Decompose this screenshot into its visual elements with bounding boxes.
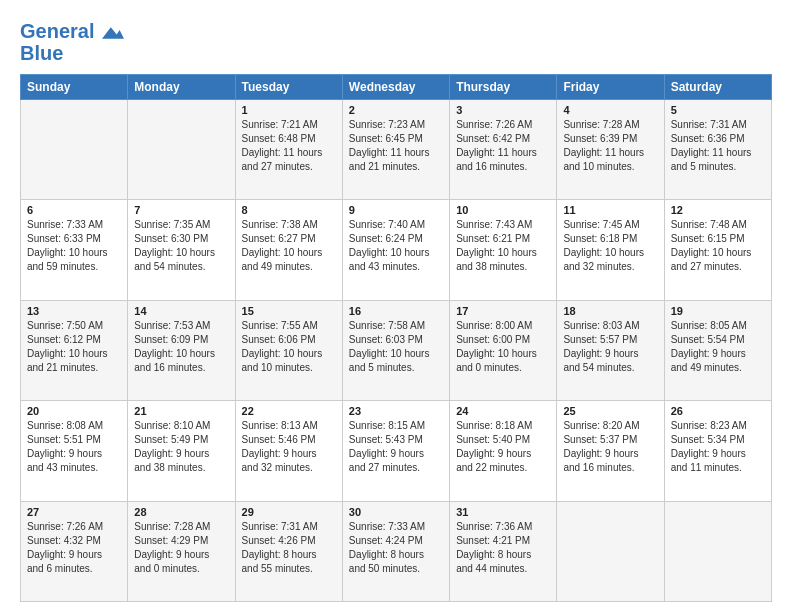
day-number: 3 (456, 104, 550, 116)
day-number: 15 (242, 305, 336, 317)
day-number: 24 (456, 405, 550, 417)
day-cell (128, 99, 235, 199)
day-cell: 27Sunrise: 7:26 AM Sunset: 4:32 PM Dayli… (21, 501, 128, 601)
day-info: Sunrise: 8:18 AM Sunset: 5:40 PM Dayligh… (456, 419, 550, 475)
day-cell: 2Sunrise: 7:23 AM Sunset: 6:45 PM Daylig… (342, 99, 449, 199)
day-cell: 17Sunrise: 8:00 AM Sunset: 6:00 PM Dayli… (450, 300, 557, 400)
day-number: 18 (563, 305, 657, 317)
week-row-2: 6Sunrise: 7:33 AM Sunset: 6:33 PM Daylig… (21, 200, 772, 300)
day-info: Sunrise: 7:48 AM Sunset: 6:15 PM Dayligh… (671, 218, 765, 274)
day-number: 21 (134, 405, 228, 417)
day-number: 23 (349, 405, 443, 417)
calendar-table: SundayMondayTuesdayWednesdayThursdayFrid… (20, 74, 772, 602)
day-info: Sunrise: 8:08 AM Sunset: 5:51 PM Dayligh… (27, 419, 121, 475)
day-info: Sunrise: 8:00 AM Sunset: 6:00 PM Dayligh… (456, 319, 550, 375)
day-cell: 15Sunrise: 7:55 AM Sunset: 6:06 PM Dayli… (235, 300, 342, 400)
day-info: Sunrise: 8:20 AM Sunset: 5:37 PM Dayligh… (563, 419, 657, 475)
day-number: 30 (349, 506, 443, 518)
day-number: 11 (563, 204, 657, 216)
day-number: 6 (27, 204, 121, 216)
day-number: 22 (242, 405, 336, 417)
col-header-saturday: Saturday (664, 74, 771, 99)
day-cell: 6Sunrise: 7:33 AM Sunset: 6:33 PM Daylig… (21, 200, 128, 300)
day-cell (557, 501, 664, 601)
day-number: 13 (27, 305, 121, 317)
day-cell: 10Sunrise: 7:43 AM Sunset: 6:21 PM Dayli… (450, 200, 557, 300)
day-cell: 28Sunrise: 7:28 AM Sunset: 4:29 PM Dayli… (128, 501, 235, 601)
day-number: 26 (671, 405, 765, 417)
day-cell: 7Sunrise: 7:35 AM Sunset: 6:30 PM Daylig… (128, 200, 235, 300)
day-number: 29 (242, 506, 336, 518)
day-number: 17 (456, 305, 550, 317)
day-info: Sunrise: 7:45 AM Sunset: 6:18 PM Dayligh… (563, 218, 657, 274)
day-info: Sunrise: 7:53 AM Sunset: 6:09 PM Dayligh… (134, 319, 228, 375)
day-info: Sunrise: 7:26 AM Sunset: 4:32 PM Dayligh… (27, 520, 121, 576)
day-number: 12 (671, 204, 765, 216)
day-cell: 23Sunrise: 8:15 AM Sunset: 5:43 PM Dayli… (342, 401, 449, 501)
day-cell: 8Sunrise: 7:38 AM Sunset: 6:27 PM Daylig… (235, 200, 342, 300)
day-cell: 24Sunrise: 8:18 AM Sunset: 5:40 PM Dayli… (450, 401, 557, 501)
day-info: Sunrise: 8:23 AM Sunset: 5:34 PM Dayligh… (671, 419, 765, 475)
day-cell: 3Sunrise: 7:26 AM Sunset: 6:42 PM Daylig… (450, 99, 557, 199)
day-info: Sunrise: 8:03 AM Sunset: 5:57 PM Dayligh… (563, 319, 657, 375)
day-cell (21, 99, 128, 199)
svg-marker-0 (102, 27, 124, 39)
day-info: Sunrise: 7:21 AM Sunset: 6:48 PM Dayligh… (242, 118, 336, 174)
week-row-4: 20Sunrise: 8:08 AM Sunset: 5:51 PM Dayli… (21, 401, 772, 501)
day-cell: 4Sunrise: 7:28 AM Sunset: 6:39 PM Daylig… (557, 99, 664, 199)
day-info: Sunrise: 8:15 AM Sunset: 5:43 PM Dayligh… (349, 419, 443, 475)
day-info: Sunrise: 8:13 AM Sunset: 5:46 PM Dayligh… (242, 419, 336, 475)
calendar-body: 1Sunrise: 7:21 AM Sunset: 6:48 PM Daylig… (21, 99, 772, 601)
col-header-sunday: Sunday (21, 74, 128, 99)
day-info: Sunrise: 7:43 AM Sunset: 6:21 PM Dayligh… (456, 218, 550, 274)
day-cell: 31Sunrise: 7:36 AM Sunset: 4:21 PM Dayli… (450, 501, 557, 601)
day-number: 10 (456, 204, 550, 216)
day-cell: 21Sunrise: 8:10 AM Sunset: 5:49 PM Dayli… (128, 401, 235, 501)
day-cell: 9Sunrise: 7:40 AM Sunset: 6:24 PM Daylig… (342, 200, 449, 300)
week-row-1: 1Sunrise: 7:21 AM Sunset: 6:48 PM Daylig… (21, 99, 772, 199)
day-cell: 30Sunrise: 7:33 AM Sunset: 4:24 PM Dayli… (342, 501, 449, 601)
day-cell: 18Sunrise: 8:03 AM Sunset: 5:57 PM Dayli… (557, 300, 664, 400)
column-headers-row: SundayMondayTuesdayWednesdayThursdayFrid… (21, 74, 772, 99)
day-number: 14 (134, 305, 228, 317)
day-number: 1 (242, 104, 336, 116)
day-info: Sunrise: 7:28 AM Sunset: 4:29 PM Dayligh… (134, 520, 228, 576)
day-cell: 13Sunrise: 7:50 AM Sunset: 6:12 PM Dayli… (21, 300, 128, 400)
page-header: General Blue (20, 16, 772, 64)
day-info: Sunrise: 7:35 AM Sunset: 6:30 PM Dayligh… (134, 218, 228, 274)
day-info: Sunrise: 7:58 AM Sunset: 6:03 PM Dayligh… (349, 319, 443, 375)
day-info: Sunrise: 8:05 AM Sunset: 5:54 PM Dayligh… (671, 319, 765, 375)
logo-text: General (20, 20, 124, 44)
logo: General Blue (20, 20, 124, 64)
day-info: Sunrise: 7:55 AM Sunset: 6:06 PM Dayligh… (242, 319, 336, 375)
day-number: 2 (349, 104, 443, 116)
day-number: 25 (563, 405, 657, 417)
col-header-monday: Monday (128, 74, 235, 99)
day-info: Sunrise: 7:40 AM Sunset: 6:24 PM Dayligh… (349, 218, 443, 274)
day-number: 8 (242, 204, 336, 216)
day-cell: 29Sunrise: 7:31 AM Sunset: 4:26 PM Dayli… (235, 501, 342, 601)
day-cell: 11Sunrise: 7:45 AM Sunset: 6:18 PM Dayli… (557, 200, 664, 300)
col-header-wednesday: Wednesday (342, 74, 449, 99)
day-number: 19 (671, 305, 765, 317)
day-info: Sunrise: 7:33 AM Sunset: 6:33 PM Dayligh… (27, 218, 121, 274)
day-cell: 5Sunrise: 7:31 AM Sunset: 6:36 PM Daylig… (664, 99, 771, 199)
day-info: Sunrise: 8:10 AM Sunset: 5:49 PM Dayligh… (134, 419, 228, 475)
col-header-friday: Friday (557, 74, 664, 99)
day-number: 31 (456, 506, 550, 518)
day-number: 27 (27, 506, 121, 518)
week-row-5: 27Sunrise: 7:26 AM Sunset: 4:32 PM Dayli… (21, 501, 772, 601)
day-cell: 26Sunrise: 8:23 AM Sunset: 5:34 PM Dayli… (664, 401, 771, 501)
logo-icon (102, 22, 124, 44)
col-header-thursday: Thursday (450, 74, 557, 99)
day-cell: 12Sunrise: 7:48 AM Sunset: 6:15 PM Dayli… (664, 200, 771, 300)
day-info: Sunrise: 7:36 AM Sunset: 4:21 PM Dayligh… (456, 520, 550, 576)
week-row-3: 13Sunrise: 7:50 AM Sunset: 6:12 PM Dayli… (21, 300, 772, 400)
day-info: Sunrise: 7:23 AM Sunset: 6:45 PM Dayligh… (349, 118, 443, 174)
day-number: 7 (134, 204, 228, 216)
day-info: Sunrise: 7:33 AM Sunset: 4:24 PM Dayligh… (349, 520, 443, 576)
day-number: 5 (671, 104, 765, 116)
day-info: Sunrise: 7:28 AM Sunset: 6:39 PM Dayligh… (563, 118, 657, 174)
day-info: Sunrise: 7:38 AM Sunset: 6:27 PM Dayligh… (242, 218, 336, 274)
day-info: Sunrise: 7:26 AM Sunset: 6:42 PM Dayligh… (456, 118, 550, 174)
